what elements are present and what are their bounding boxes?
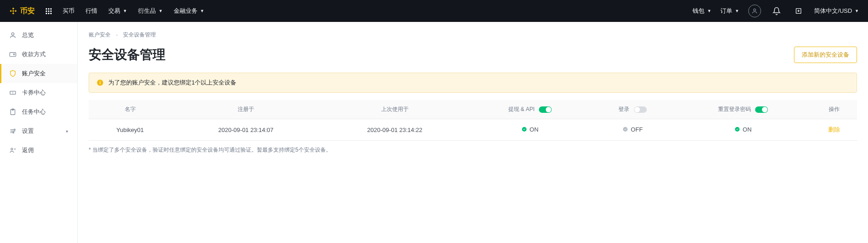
nav-derivatives[interactable]: 衍生品▼ — [138, 7, 163, 15]
sidebar-item-overview[interactable]: 总览 — [0, 26, 77, 45]
caret-down-icon: ▼ — [707, 9, 711, 13]
grid-icon — [46, 8, 52, 14]
svg-point-15 — [623, 127, 628, 132]
check-icon — [623, 127, 628, 132]
th-registered: 注册于 — [171, 100, 320, 119]
info-icon — [96, 79, 104, 86]
brand-name: 币安 — [20, 6, 35, 16]
th-login: 登录 — [591, 100, 675, 119]
alert-text: 为了您的账户安全，建议您绑定1个以上安全设备 — [108, 79, 236, 87]
svg-point-4 — [13, 54, 15, 55]
th-last-used: 上次使用于 — [320, 100, 469, 119]
locale-selector[interactable]: 简体中文/USD▼ — [814, 7, 859, 15]
footnote: * 当绑定了多个安全设备，验证时任意绑定的安全设备均可通过验证。暂最多支持绑定5… — [89, 146, 857, 154]
nav-trade[interactable]: 交易▼ — [108, 7, 127, 15]
caret-down-icon: ▼ — [159, 9, 163, 13]
brand-logo[interactable]: 币安 — [9, 6, 35, 16]
breadcrumb-current: 安全设备管理 — [123, 31, 156, 39]
th-withdraw-api: 提现 & API — [469, 100, 591, 119]
sidebar-item-security[interactable]: 账户安全 — [0, 64, 77, 83]
sidebar-item-settings[interactable]: 设置 ▾ — [0, 122, 77, 141]
toggle-withdraw-api[interactable] — [539, 106, 552, 113]
sidebar-item-coupons[interactable]: 卡券中心 — [0, 83, 77, 102]
delete-button[interactable]: 删除 — [828, 126, 840, 133]
sidebar-item-label: 总览 — [22, 31, 34, 39]
security-alert: 为了您的账户安全，建议您绑定1个以上安全设备 — [89, 73, 857, 93]
main-content: 账户安全 › 安全设备管理 安全设备管理 添加新的安全设备 为了您的账户安全，建… — [78, 22, 868, 243]
binance-logo-icon — [9, 7, 17, 15]
caret-down-icon: ▼ — [123, 9, 127, 13]
cell-last-used: 2020-09-01 23:14:22 — [320, 119, 469, 141]
nav-wallet[interactable]: 钱包▼ — [692, 7, 711, 15]
toggle-reset-password[interactable] — [755, 106, 768, 113]
svg-point-8 — [14, 129, 16, 130]
sidebar-item-payment[interactable]: 收款方式 — [0, 45, 77, 64]
sidebar-item-referral[interactable]: 返佣 — [0, 141, 77, 160]
user-icon — [748, 5, 761, 17]
svg-point-10 — [11, 148, 13, 150]
sidebar-item-label: 任务中心 — [22, 108, 46, 116]
th-action: 操作 — [811, 100, 857, 119]
nav-buy[interactable]: 买币 — [63, 7, 75, 15]
th-reset-password: 重置登录密码 — [675, 100, 811, 119]
cell-registered: 2020-09-01 23:14:07 — [171, 119, 320, 141]
caret-down-icon: ▼ — [735, 9, 739, 13]
page-title: 安全设备管理 — [89, 46, 165, 63]
check-icon — [522, 127, 527, 132]
notifications[interactable] — [770, 5, 783, 17]
th-name: 名字 — [89, 100, 171, 119]
svg-rect-12 — [100, 82, 100, 85]
svg-point-16 — [735, 127, 740, 132]
cell-name: Yubikey01 — [89, 119, 171, 141]
cell-reset-password: ON — [675, 119, 811, 141]
chevron-down-icon: ▾ — [66, 129, 68, 134]
avatar[interactable] — [748, 5, 761, 17]
sliders-icon — [9, 127, 16, 135]
user-icon — [9, 32, 16, 39]
table-row: Yubikey01 2020-09-01 23:14:07 2020-09-01… — [89, 119, 857, 141]
sidebar-item-label: 账户安全 — [22, 69, 46, 78]
header-right: 钱包▼ 订单▼ 简体中文/USD▼ — [692, 5, 859, 17]
nav-orders[interactable]: 订单▼ — [720, 7, 739, 15]
devices-table: 名字 注册于 上次使用于 提现 & API 登录 重置登录密码 — [89, 100, 857, 141]
download[interactable] — [792, 5, 805, 17]
svg-point-0 — [754, 9, 756, 11]
breadcrumb: 账户安全 › 安全设备管理 — [89, 31, 857, 39]
card-icon — [9, 51, 16, 58]
sidebar: 总览 收款方式 账户安全 卡券中心 任务中心 设置 ▾ 返佣 — [0, 22, 78, 243]
bell-icon — [772, 7, 781, 15]
nav-markets[interactable]: 行情 — [85, 7, 97, 15]
svg-point-9 — [13, 132, 14, 133]
nav-finance[interactable]: 金融业务▼ — [174, 7, 204, 15]
referral-icon — [9, 147, 16, 154]
svg-point-2 — [11, 33, 14, 35]
caret-down-icon: ▼ — [855, 9, 859, 13]
breadcrumb-parent[interactable]: 账户安全 — [89, 31, 111, 39]
apps-menu[interactable] — [46, 8, 52, 14]
sidebar-item-label: 返佣 — [22, 146, 34, 154]
sidebar-item-label: 收款方式 — [22, 50, 46, 58]
svg-point-14 — [522, 127, 527, 132]
add-device-button[interactable]: 添加新的安全设备 — [794, 47, 857, 63]
cell-withdraw-api: ON — [469, 119, 591, 141]
chevron-right-icon: › — [116, 32, 117, 37]
cell-login: OFF — [591, 119, 675, 141]
sidebar-item-label: 卡券中心 — [22, 89, 46, 97]
sidebar-item-tasks[interactable]: 任务中心 — [0, 102, 77, 122]
cell-action: 删除 — [811, 119, 857, 141]
ticket-icon — [9, 89, 16, 96]
svg-rect-3 — [10, 53, 16, 57]
download-icon — [795, 7, 802, 15]
sidebar-item-label: 设置 — [22, 127, 34, 135]
svg-point-13 — [100, 81, 101, 82]
header-left: 币安 买币 行情 交易▼ 衍生品▼ 金融业务▼ — [9, 6, 204, 16]
shield-icon — [9, 70, 16, 77]
page-header: 安全设备管理 添加新的安全设备 — [89, 46, 857, 63]
check-icon — [735, 127, 740, 132]
layout: 总览 收款方式 账户安全 卡券中心 任务中心 设置 ▾ 返佣 账户 — [0, 22, 868, 243]
top-header: 币安 买币 行情 交易▼ 衍生品▼ 金融业务▼ 钱包▼ 订单▼ 简体中文/USD… — [0, 0, 868, 22]
toggle-login[interactable] — [634, 106, 647, 113]
caret-down-icon: ▼ — [200, 9, 204, 13]
clipboard-icon — [9, 108, 16, 116]
